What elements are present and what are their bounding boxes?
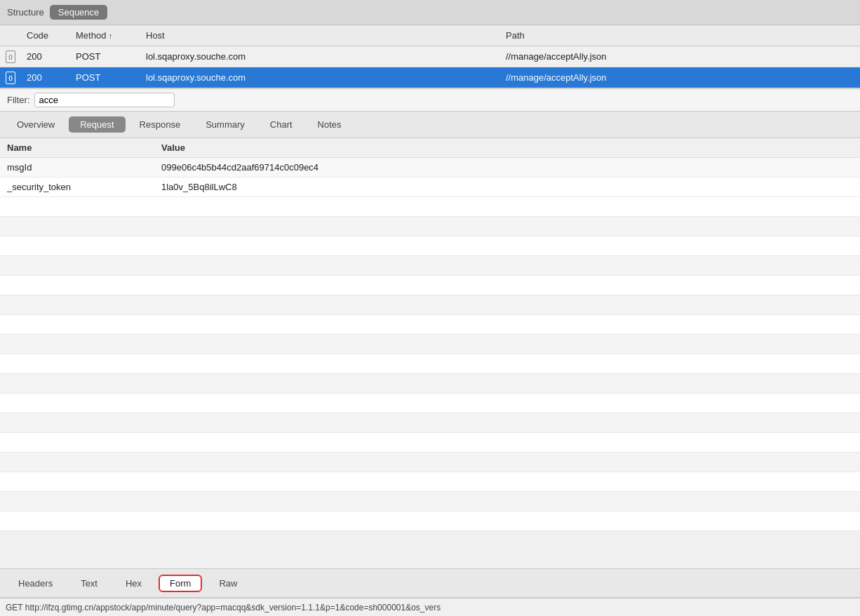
stripe-row	[0, 217, 860, 236]
status-text: GET http://ifzq.gtimg.cn/appstock/app/mi…	[6, 603, 441, 612]
row2-path: //manage/acceptAlly.json	[500, 72, 860, 83]
tab-request[interactable]: Request	[69, 116, 125, 133]
tab-notes[interactable]: Notes	[307, 116, 353, 133]
stripe-row	[0, 295, 860, 315]
name-value-header: Name Value	[0, 138, 860, 158]
sequence-button[interactable]: Sequence	[50, 5, 108, 20]
tab-response[interactable]: Response	[128, 116, 192, 133]
data-row-msgid: msgId 099e06c4b5b44cd2aaf69714c0c09ec4	[0, 158, 860, 178]
stripe-row	[0, 315, 860, 335]
row1-method: POST	[70, 51, 140, 62]
stripe-row	[0, 453, 860, 472]
filter-row: Filter:	[0, 89, 860, 112]
stripe-row	[0, 374, 860, 394]
security-token-name: _security_token	[0, 178, 154, 196]
col-method-header[interactable]: Method	[70, 30, 140, 41]
stripe-row	[0, 236, 860, 256]
bottom-tab-text[interactable]: Text	[69, 575, 109, 591]
stripe-row	[0, 197, 860, 217]
request-table-section: Code Method Host Path {} 200 POST lol.sq…	[0, 25, 860, 89]
empty-area	[0, 197, 860, 568]
stripe-row	[0, 511, 860, 531]
row1-icon: {}	[0, 51, 21, 63]
structure-label: Structure	[7, 7, 44, 18]
row1-host: lol.sqaproxy.souche.com	[140, 51, 500, 62]
stripe-row	[0, 413, 860, 433]
tab-summary[interactable]: Summary	[194, 116, 256, 133]
tab-overview[interactable]: Overview	[6, 116, 66, 133]
bottom-tab-hex[interactable]: Hex	[114, 575, 153, 591]
row1-code: 200	[21, 51, 70, 62]
table-row[interactable]: {} 200 POST lol.sqaproxy.souche.com //ma…	[0, 67, 860, 88]
bottom-tab-form[interactable]: Form	[159, 575, 202, 592]
row2-method: POST	[70, 72, 140, 83]
bottom-tab-raw[interactable]: Raw	[208, 575, 248, 591]
col-code-header: Code	[21, 30, 70, 41]
json-icon: {}	[6, 51, 15, 63]
msgid-name: msgId	[0, 159, 154, 176]
table-header: Code Method Host Path	[0, 25, 860, 46]
stripe-row	[0, 276, 860, 295]
col-path-header: Path	[500, 30, 860, 41]
row2-host: lol.sqaproxy.souche.com	[140, 72, 500, 83]
filter-label: Filter:	[7, 95, 30, 105]
filter-input[interactable]	[34, 93, 175, 107]
stripe-row	[0, 335, 860, 354]
row2-code: 200	[21, 72, 70, 83]
json-icon-selected: {}	[6, 72, 15, 84]
stripe-row	[0, 433, 860, 453]
name-column-header: Name	[0, 142, 154, 153]
col-host-header: Host	[140, 30, 500, 41]
main-container: Structure Sequence Code Method Host Path…	[0, 0, 860, 616]
tab-chart[interactable]: Chart	[259, 116, 304, 133]
row1-path: //manage/acceptAlly.json	[500, 51, 860, 62]
bottom-tab-headers[interactable]: Headers	[7, 575, 64, 591]
value-column-header: Value	[154, 142, 860, 153]
stripe-row	[0, 492, 860, 511]
security-token-value: 1la0v_5Bq8ilLwC8	[154, 178, 860, 196]
row2-icon: {}	[0, 72, 21, 84]
top-toolbar: Structure Sequence	[0, 0, 860, 25]
data-row-security-token: _security_token 1la0v_5Bq8ilLwC8	[0, 178, 860, 197]
status-bar: GET http://ifzq.gtimg.cn/appstock/app/mi…	[0, 598, 860, 616]
stripe-row	[0, 394, 860, 413]
stripe-row	[0, 472, 860, 492]
msgid-value: 099e06c4b5b44cd2aaf69714c0c09ec4	[154, 159, 860, 176]
bottom-tabs: Headers Text Hex Form Raw	[0, 568, 860, 598]
table-row[interactable]: {} 200 POST lol.sqaproxy.souche.com //ma…	[0, 46, 860, 67]
stripe-row	[0, 354, 860, 374]
secondary-tabs: Overview Request Response Summary Chart …	[0, 112, 860, 138]
stripe-row	[0, 256, 860, 276]
